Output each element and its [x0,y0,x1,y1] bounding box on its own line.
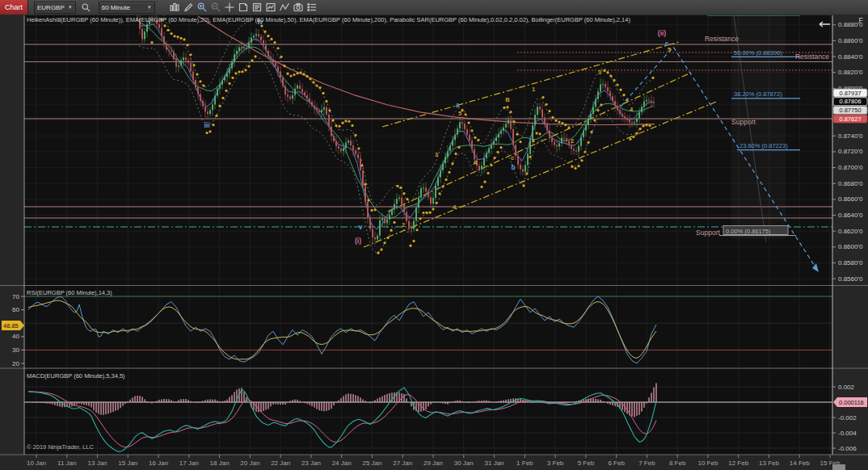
price-tick-label: 0.8740'0 [838,132,863,140]
price-tick-label: 0.8680'0 [838,180,863,187]
wave-label: 2 [402,221,405,229]
interval-select[interactable]: 60 Minute ▼ [99,2,155,14]
wave-label: 2 [571,137,574,145]
wave-label: 3 [598,69,601,76]
chart-trader-icon[interactable] [264,2,278,14]
price-badge: 0.87627 [833,115,867,123]
price-tick-label: 0.8860'0 [838,37,863,44]
date-tick-label: 16 Jan [149,460,168,467]
rsi-tick-label: 70 [12,293,19,300]
price-tick-label: 0.8560'0 [838,275,863,283]
wave-label: 1 [532,86,535,93]
price-tick-label: 0.8640'0 [838,212,863,219]
wave-label: (i) [355,237,361,245]
draw-icon[interactable] [182,2,196,14]
macd-tick-label: -0.002 [838,414,857,422]
crosshair-icon[interactable] [223,2,237,14]
sr-text: Support [696,229,720,237]
new-window-icon[interactable] [237,2,251,14]
instrument-select[interactable]: EURGBP ▼ [34,2,76,14]
chart-tab[interactable]: Chart [0,0,28,15]
wave-label: 3 [435,151,438,158]
wave-label: 5 [458,110,461,117]
rsi-tick-label: 20 [12,360,19,367]
wave-label: a [456,101,460,109]
sr-text: Resistance [705,35,739,43]
rsi-badge-label: 48.85 [3,322,19,329]
date-tick-label: 25 Jan [362,460,381,467]
rsi-panel [24,286,832,368]
price-tick-label: 0.8840'0 [838,53,863,61]
date-tick-label: 1 Feb [516,460,533,467]
wave-label: A [473,159,478,166]
price-tick-label: 0.8660'0 [838,195,863,203]
sr-text: Resistance [795,52,829,61]
data-box-icon[interactable] [251,2,264,14]
rsi-label: RSI(EURGBP (60 Minute),14,3) [27,289,112,296]
axis-corner-label: F [859,16,864,24]
date-tick-label: 3 Feb [547,460,564,467]
rsi-tick-label: 60 [12,306,19,313]
date-tick-label: 29 Jan [423,460,443,467]
toolbar: Chart EURGBP ▼ 60 Minute ▼ [0,0,868,15]
price-tick-label: 0.8580'0 [838,259,863,266]
macd-tick-label: 0.002 [838,384,855,391]
zigzag-icon[interactable] [278,2,292,14]
indicator-label: HeikenAshi8(EURGBP (60 Minute)), EMA(EUR… [27,16,630,23]
date-tick-label: 6 Feb [608,460,625,467]
date-tick-label: 15 Jan [118,460,137,467]
date-tick-label: 30 Jan [454,460,474,467]
chevron-down-icon: ▼ [147,5,152,10]
date-tick-label: 12 Feb [728,460,748,467]
sr-text: Support [731,118,756,126]
properties-icon[interactable] [305,2,319,14]
price-badge: 0.87750 [833,106,867,114]
date-tick-label: 17 Jan [179,460,199,467]
price-badge-label: 0.87806 [839,98,861,105]
wave-label: B [505,96,510,103]
search-icon[interactable] [79,2,93,14]
wave-label: v [359,223,363,231]
price-badge-label: 0.87750 [839,107,861,114]
rsi-tick-label: 30 [12,346,19,354]
macd-tick-label: -0.004 [838,430,857,437]
zoom-in-icon[interactable] [196,2,209,14]
fib-label: 23.60% (0.87223) [739,142,788,149]
date-tick-label: 18 Jan [210,460,230,467]
date-tick-label: 10 Jan [27,460,46,467]
price-badge: 0.87937 [833,89,867,97]
date-tick-label: 7 Feb [638,460,655,467]
rsi-value-badge: 48.85 [2,321,24,330]
chart-style-icon[interactable] [168,2,182,14]
macd-value-badge: 0.000116 [833,397,867,407]
chart-canvas[interactable]: 61.80% (0.88921)50.00% (0.88396)38.20% (… [0,0,868,470]
fib-label: 50.00% (0.88396) [734,49,782,57]
snapshot-icon[interactable] [292,2,305,14]
date-tick-label: 13 Feb [759,460,779,467]
price-tick-label: 0.8720'0 [838,148,863,155]
fib-label: 38.20% (0.87872) [734,90,782,98]
date-tick-label: 11 Jan [57,460,76,467]
date-tick-label: 5 Feb [578,460,595,467]
resize-grip [832,464,845,470]
rsi-tick-label: 40 [12,333,19,340]
wave-label: c [511,154,514,162]
fib-zone-band [731,15,786,239]
wave-label: b [511,163,515,171]
wave-label: (ii) [658,29,667,37]
instrument-label: EURGBP [37,4,65,11]
price-badge-label: 0.87627 [839,115,861,123]
zoom-out-icon[interactable] [209,2,223,14]
price-tick-label: 0.8600'0 [838,243,863,250]
fib-label: 0.00% (0.86175) [726,228,771,235]
ninjatrader-window: Chart EURGBP ▼ 60 Minute ▼ HeikenAshi8(E… [0,0,868,470]
macd-badge-label: 0.000116 [839,399,864,406]
copyright-label: © 2019 NinjaTrader, LLC [27,443,94,451]
date-tick-label: 23 Jan [301,460,321,467]
price-badge-label: 0.87937 [839,90,861,97]
date-tick-label: 27 Jan [393,460,412,467]
date-tick-label: 13 Jan [88,460,107,467]
interval-label: 60 Minute [102,4,130,11]
price-tick-label: 0.8700'0 [838,164,863,171]
chevron-down-icon: ▼ [68,5,73,10]
